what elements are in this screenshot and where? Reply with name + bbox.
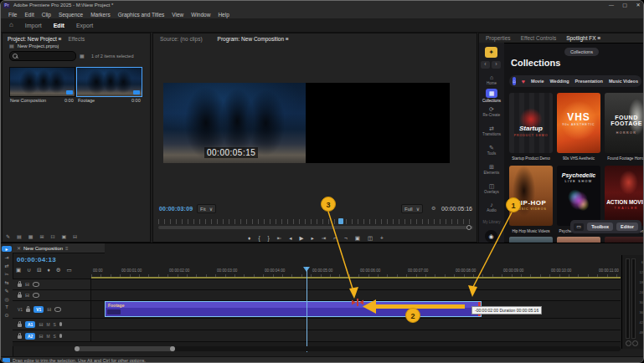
lock-icon[interactable] bbox=[18, 335, 22, 339]
mark-out-icon[interactable]: } bbox=[268, 235, 270, 241]
collections-pill[interactable]: Collections bbox=[564, 48, 599, 56]
track-toggle-icon[interactable]: ⊟ bbox=[25, 293, 29, 298]
editor-button[interactable]: Editor bbox=[616, 222, 638, 231]
mic-icon[interactable] bbox=[59, 322, 62, 326]
meter-dot[interactable] bbox=[632, 340, 638, 346]
monitor-ruler[interactable] bbox=[158, 219, 473, 224]
mute-button[interactable]: M bbox=[46, 322, 49, 327]
menu-window[interactable]: Window bbox=[191, 12, 210, 18]
card-psychedelic-live-show[interactable]: Psychedelic LIVE SHOW bbox=[557, 166, 600, 226]
folder-icon[interactable]: ▦ bbox=[80, 54, 85, 59]
lock-icon[interactable] bbox=[18, 284, 22, 287]
new-bin-icon[interactable]: ▣ bbox=[61, 234, 66, 239]
track-target-badge[interactable]: A2 bbox=[25, 333, 35, 340]
category-home-icon[interactable]: ⌂ bbox=[513, 77, 516, 85]
category-wedding[interactable]: Wedding bbox=[549, 79, 569, 84]
tab-project[interactable]: Project: New Project ≡ bbox=[8, 36, 62, 42]
home-icon[interactable]: ⌂ bbox=[9, 22, 13, 28]
meter-dot[interactable] bbox=[626, 340, 631, 346]
card-hip-hop-music-videos[interactable]: HIP-HOP MUSIC VIDEOS bbox=[509, 166, 553, 226]
sidebar-item-home[interactable]: ⌂ Home bbox=[479, 74, 504, 85]
track-toggle-icon[interactable]: ⊟ bbox=[47, 307, 51, 312]
tab-spotlight-fx[interactable]: Spotlight FX ≡ bbox=[566, 35, 600, 41]
tab-effects[interactable]: Effects bbox=[69, 36, 85, 42]
tab-source[interactable]: Source: (no clips) bbox=[160, 36, 203, 42]
step-back-icon[interactable]: ◂ bbox=[289, 235, 291, 242]
tab-program[interactable]: Program: New Composition ≡ bbox=[218, 36, 289, 42]
card-startup-product-demo[interactable]: Startup PRODUCT DEMO bbox=[509, 93, 553, 153]
sidebar-item-recreate[interactable]: ⟳ Re-Create bbox=[479, 106, 504, 117]
track-toggle-icon[interactable]: ⊟ bbox=[39, 322, 43, 327]
favorites-heart-icon[interactable]: ♥ bbox=[522, 79, 525, 84]
step-forward-icon[interactable]: ▸ bbox=[311, 235, 313, 242]
account-icon[interactable]: ◉ bbox=[485, 230, 497, 243]
menu-view[interactable]: View bbox=[172, 12, 183, 18]
button-editor-icon[interactable]: + bbox=[380, 235, 384, 241]
tab-effect-controls[interactable]: Effect Controls bbox=[521, 35, 557, 41]
card-found-footage-horror[interactable]: FOUND FOOTAGE HORROR bbox=[605, 93, 644, 153]
menu-markers[interactable]: Markers bbox=[90, 12, 110, 18]
sidebar-item-tools[interactable]: ✎ Tools bbox=[479, 145, 504, 156]
scroll-knob[interactable] bbox=[466, 225, 471, 230]
slip-tool-icon[interactable]: ⇆ bbox=[2, 279, 12, 285]
close-icon[interactable]: ✕ bbox=[631, 1, 644, 10]
razor-tool-icon[interactable]: ✂ bbox=[2, 271, 12, 277]
add-marker-icon[interactable]: ♦ bbox=[248, 235, 250, 241]
hand-tool-icon[interactable]: ◎ bbox=[2, 296, 12, 302]
extract-icon[interactable]: ¬ bbox=[344, 235, 348, 241]
add-marker-icon[interactable]: ♦ bbox=[47, 267, 49, 274]
zoom-tool-icon[interactable]: ⊙ bbox=[2, 312, 12, 318]
lock-icon[interactable] bbox=[26, 309, 30, 312]
menu-clip[interactable]: Clip bbox=[42, 12, 51, 18]
eye-icon[interactable] bbox=[33, 282, 39, 287]
find-icon[interactable]: ⊡ bbox=[50, 234, 54, 239]
automate-icon[interactable]: ⊞ bbox=[39, 234, 44, 239]
close-icon[interactable]: ✕ bbox=[17, 245, 21, 251]
menu-edit[interactable]: Edit bbox=[24, 12, 33, 18]
playback-resolution-dropdown[interactable]: Full∨ bbox=[401, 204, 423, 213]
tab-export[interactable]: Export bbox=[76, 23, 93, 28]
play-icon[interactable]: ▶ bbox=[299, 235, 303, 242]
solo-button[interactable]: S bbox=[54, 322, 56, 327]
zoom-handle-left[interactable] bbox=[75, 346, 80, 351]
settings-wrench-icon[interactable]: ⚙ bbox=[431, 206, 435, 211]
project-filename[interactable]: New Project.prproj bbox=[18, 43, 59, 49]
chat-icon[interactable]: ▭ bbox=[574, 223, 584, 231]
search-input[interactable] bbox=[9, 51, 76, 61]
sidebar-item-transitions[interactable]: ⇄ Transitions bbox=[479, 125, 504, 136]
program-current-timecode[interactable]: 00:00:03:09 bbox=[159, 206, 193, 212]
eye-icon[interactable] bbox=[33, 293, 39, 298]
captions-icon[interactable]: ▭ bbox=[67, 267, 72, 274]
pencil-icon[interactable]: ✎ bbox=[6, 234, 10, 239]
menu-sequence[interactable]: Sequence bbox=[59, 12, 83, 18]
scrollbar-segment[interactable] bbox=[75, 346, 175, 351]
card-action-movie-trailer[interactable]: ACTION MOVIE TRAILER bbox=[605, 166, 644, 226]
linked-selection-icon[interactable]: ⊟ bbox=[37, 267, 41, 274]
category-presentation[interactable]: Presentation bbox=[575, 79, 603, 84]
mic-icon[interactable] bbox=[59, 334, 62, 338]
menu-graphics[interactable]: Graphics and Titles bbox=[118, 12, 165, 18]
type-tool-icon[interactable]: T bbox=[2, 304, 12, 309]
trash-icon[interactable]: ⊟ bbox=[73, 234, 77, 239]
category-movie[interactable]: Movie bbox=[531, 79, 544, 84]
lift-icon[interactable]: ⌐ bbox=[333, 235, 337, 241]
track-a2[interactable]: A2 ⊟ M S bbox=[13, 330, 621, 341]
sidebar-item-audio[interactable]: ♪ Audio bbox=[479, 202, 504, 212]
tab-edit[interactable]: Edit bbox=[54, 23, 64, 28]
timeline-settings-icon[interactable]: ⚙ bbox=[56, 267, 61, 274]
track-target-badge[interactable]: A1 bbox=[25, 321, 35, 328]
sidebar-item-my-library[interactable]: My Library bbox=[479, 220, 504, 224]
panel-menu-icon[interactable]: ≡ bbox=[65, 246, 69, 251]
timeline-scrollbar[interactable] bbox=[75, 346, 621, 351]
menu-help[interactable]: Help bbox=[218, 12, 229, 18]
zoom-handle-right[interactable] bbox=[170, 346, 175, 351]
spotlight-logo[interactable]: ✦ bbox=[485, 47, 497, 58]
sequence-tab[interactable]: ✕ New Composition ≡ bbox=[13, 243, 105, 253]
track-toggle-icon[interactable]: ⊟ bbox=[39, 334, 43, 339]
project-item-footage[interactable] bbox=[76, 67, 142, 97]
icon-view-icon[interactable]: ▦ bbox=[28, 234, 33, 239]
maximize-icon[interactable]: ▢ bbox=[618, 1, 631, 10]
fit-dropdown[interactable]: Fit∨ bbox=[197, 204, 216, 213]
card-90s-vhs-aesthetic[interactable]: VHS 90s AESTHETIC bbox=[557, 93, 600, 153]
track-v3[interactable]: ⊟ bbox=[13, 279, 621, 289]
